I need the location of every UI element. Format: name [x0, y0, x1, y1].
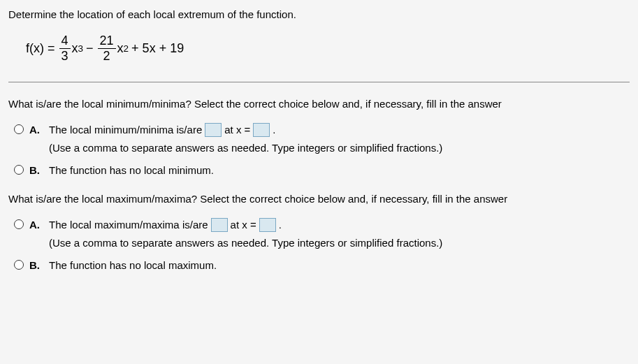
term1-var: x [72, 39, 78, 58]
term2-var: x [117, 39, 124, 58]
choice-label: B. [29, 258, 40, 274]
maximum-x-input[interactable] [259, 218, 276, 232]
fraction-4-3: 4 3 [59, 34, 71, 64]
maximum-value-input[interactable] [211, 218, 228, 232]
formula-rest: + 5x + 19 [131, 39, 184, 58]
fraction-21-2: 21 2 [98, 34, 116, 64]
radio-icon[interactable] [14, 260, 24, 270]
q1a-hint: (Use a comma to separate answers as need… [49, 140, 630, 156]
q1a-part3: . [273, 122, 275, 138]
minimum-value-input[interactable] [205, 123, 222, 137]
frac1-num: 4 [59, 34, 71, 50]
function-formula: f(x) = 4 3 x3 − 21 2 x2 + 5x + 19 [26, 34, 630, 64]
radio-icon[interactable] [14, 165, 24, 175]
q1-choice-b[interactable]: B. The function has no local minimum. [14, 163, 630, 179]
op-minus: − [86, 39, 94, 58]
q2a-hint: (Use a comma to separate answers as need… [49, 235, 630, 252]
choice-label: B. [29, 163, 40, 179]
q1a-part1: The local minimum/minima is/are [49, 122, 202, 138]
q1a-part2: at x = [224, 122, 250, 138]
q2-choice-b[interactable]: B. The function has no local maximum. [14, 258, 630, 274]
frac2-num: 21 [98, 34, 116, 50]
divider [8, 82, 630, 82]
minimum-x-input[interactable] [253, 123, 270, 137]
q2a-part3: . [279, 217, 282, 233]
q2b-text: The function has no local maximum. [49, 259, 217, 271]
q2a-part2: at x = [231, 217, 256, 233]
q2-choice-a[interactable]: A. The local maximum/maxima is/are at x … [14, 217, 630, 251]
frac1-den: 3 [59, 49, 71, 64]
formula-lhs: f(x) = [26, 39, 55, 58]
radio-icon[interactable] [14, 124, 24, 134]
q2a-part1: The local maximum/maxima is/are [49, 217, 208, 233]
radio-icon[interactable] [14, 219, 24, 229]
q1b-text: The function has no local minimum. [49, 164, 214, 176]
choice-label: A. [29, 217, 40, 233]
frac2-den: 2 [101, 49, 113, 64]
problem-prompt: Determine the location of each local ext… [8, 7, 630, 23]
question-minimum: What is/are the local minimum/minima? Se… [8, 96, 630, 112]
choice-label: A. [29, 122, 40, 138]
q1-choice-a[interactable]: A. The local minimum/minima is/are at x … [14, 122, 630, 156]
question-maximum: What is/are the local maximum/maxima? Se… [8, 191, 630, 208]
